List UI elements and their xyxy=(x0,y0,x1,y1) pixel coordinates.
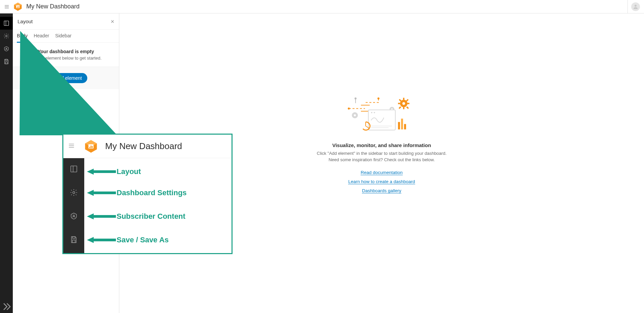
hamburger-icon xyxy=(68,142,75,149)
svg-marker-62 xyxy=(87,169,116,175)
svg-rect-44 xyxy=(401,118,403,129)
svg-marker-64 xyxy=(87,213,116,219)
svg-rect-25 xyxy=(398,106,401,109)
svg-rect-61 xyxy=(72,240,75,243)
svg-rect-8 xyxy=(19,6,19,8)
empty-illustration-icon xyxy=(345,95,419,135)
annotation-label-layout: Layout xyxy=(117,167,141,176)
subscriber-icon xyxy=(3,46,9,52)
panel-tabs: Body Header Sidebar xyxy=(13,30,119,43)
gear-icon xyxy=(70,188,78,197)
arrow-left-icon xyxy=(87,168,116,175)
annotation-logo-icon xyxy=(84,140,98,153)
side-rail xyxy=(0,13,13,313)
panel-title: Layout xyxy=(18,19,33,24)
rail-item-settings[interactable] xyxy=(0,30,13,42)
arrow-left-icon xyxy=(87,213,116,220)
menu-button[interactable] xyxy=(0,4,13,9)
svg-rect-43 xyxy=(398,122,400,129)
hamburger-icon xyxy=(4,4,9,9)
save-icon xyxy=(70,236,78,244)
svg-rect-15 xyxy=(5,62,7,64)
rail-item-layout[interactable] xyxy=(0,17,13,30)
rail-expand-button[interactable] xyxy=(0,300,13,313)
subscriber-icon xyxy=(70,212,78,220)
svg-rect-45 xyxy=(404,124,406,129)
save-icon xyxy=(3,59,9,65)
annotation-title: My New Dashboard xyxy=(105,141,182,151)
tab-header[interactable]: Header xyxy=(34,33,49,42)
panel-empty-message: Your dashboard is empty Add an element b… xyxy=(13,43,119,67)
svg-rect-55 xyxy=(92,146,93,148)
annotation-rail-layout xyxy=(63,162,84,176)
tab-sidebar[interactable]: Sidebar xyxy=(55,33,71,42)
link-gallery[interactable]: Dashboards gallery xyxy=(362,188,401,193)
empty-subtitle: Add an element below to get started. xyxy=(20,56,112,61)
svg-point-37 xyxy=(371,112,372,113)
annotation-topbar: My New Dashboard xyxy=(63,135,232,158)
svg-rect-23 xyxy=(406,106,409,109)
svg-rect-6 xyxy=(17,7,18,7)
svg-point-27 xyxy=(354,114,356,116)
topbar: My New Dashboard xyxy=(0,0,644,13)
svg-point-9 xyxy=(635,5,637,7)
empty-title: Your dashboard is empty xyxy=(20,49,112,54)
svg-rect-21 xyxy=(407,103,409,104)
user-icon xyxy=(633,4,639,10)
panel-close-button[interactable]: × xyxy=(111,19,114,25)
svg-point-12 xyxy=(6,35,7,37)
canvas-empty-state: Visualize, monitor, and share informatio… xyxy=(294,95,469,196)
annotation-hamburger xyxy=(68,142,75,150)
rail-item-save[interactable] xyxy=(0,55,13,68)
annotation-label-subscriber: Subscriber Content xyxy=(117,212,185,221)
svg-point-38 xyxy=(374,112,375,113)
svg-point-17 xyxy=(402,102,405,105)
layout-icon xyxy=(3,20,9,26)
annotation-callout: My New Dashboard Layout Dashboard Settin… xyxy=(62,134,233,254)
annotation-rail-save xyxy=(63,232,84,247)
svg-rect-19 xyxy=(403,107,404,109)
rail-item-subscriber[interactable] xyxy=(0,42,13,55)
svg-rect-20 xyxy=(398,103,400,104)
svg-marker-65 xyxy=(87,237,116,243)
page-title: My New Dashboard xyxy=(26,3,80,10)
svg-rect-56 xyxy=(71,166,77,172)
svg-marker-63 xyxy=(87,190,116,196)
annotation-rail-subscriber xyxy=(63,209,84,223)
gear-icon xyxy=(3,33,9,39)
svg-rect-60 xyxy=(72,237,75,238)
link-learn-create[interactable]: Learn how to create a dashboard xyxy=(348,179,415,184)
arrow-left-icon xyxy=(87,189,116,197)
empty-heading: Visualize, monitor, and share informatio… xyxy=(294,142,469,148)
link-read-docs[interactable]: Read documentation xyxy=(361,170,403,175)
divider xyxy=(627,0,628,13)
svg-rect-7 xyxy=(18,6,18,8)
arrow-left-icon xyxy=(87,236,116,244)
annotation-label-save: Save / Save As xyxy=(117,236,169,244)
svg-point-58 xyxy=(73,192,75,194)
annotation-rail-settings xyxy=(63,185,84,200)
svg-rect-14 xyxy=(5,59,7,61)
plus-icon: + xyxy=(50,76,53,80)
annotation-rail xyxy=(63,158,84,253)
app-logo-icon xyxy=(13,2,22,11)
user-avatar[interactable] xyxy=(631,2,640,11)
empty-description: Click "Add element" in the sidebar to st… xyxy=(294,150,469,163)
tab-body[interactable]: Body xyxy=(17,33,28,43)
svg-rect-10 xyxy=(4,21,9,26)
svg-rect-18 xyxy=(403,98,404,100)
annotation-label-settings: Dashboard Settings xyxy=(117,188,187,197)
help-links: Read documentation Learn how to create a… xyxy=(294,168,469,195)
chevrons-right-icon xyxy=(0,300,13,313)
svg-rect-53 xyxy=(89,147,90,148)
svg-rect-36 xyxy=(368,110,395,130)
layout-icon xyxy=(70,165,78,173)
add-element-label: Add element xyxy=(55,75,82,81)
add-element-button[interactable]: + Add element xyxy=(44,73,87,83)
svg-rect-54 xyxy=(91,145,92,148)
